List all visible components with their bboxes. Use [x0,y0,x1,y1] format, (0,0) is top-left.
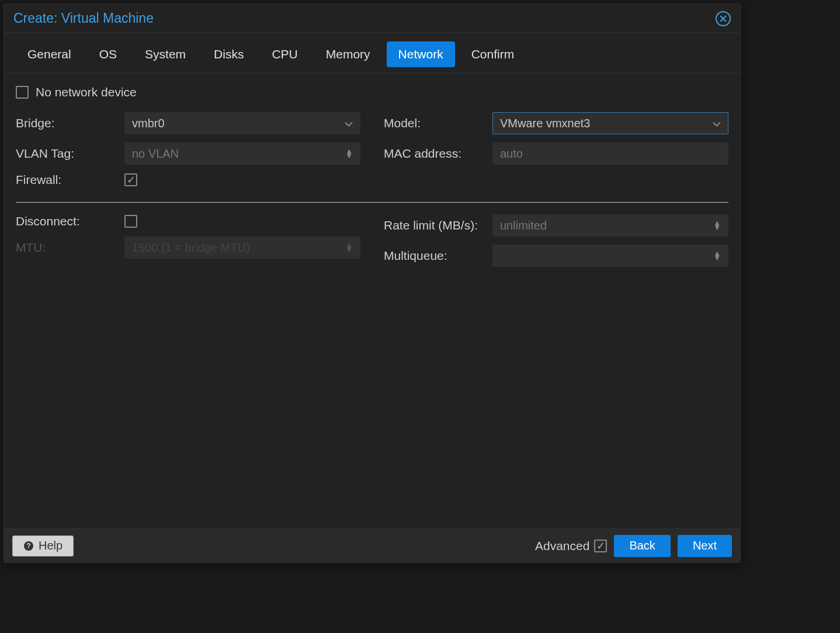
firewall-checkbox[interactable] [124,173,137,186]
bridge-value: vmbr0 [132,117,165,130]
vlan-input[interactable]: no VLAN ▲▼ [124,142,360,165]
spinner-icon: ▲▼ [345,149,353,158]
disconnect-label: Disconnect: [16,214,124,228]
spinner-icon: ▲▼ [345,243,353,252]
model-value: VMware vmxnet3 [500,117,591,130]
multiqueue-label: Multiqueue: [384,249,492,263]
wizard-tabs: General OS System Disks CPU Memory Netwo… [4,33,740,74]
mtu-placeholder: 1500 (1 = bridge MTU) [132,241,250,255]
chevron-down-icon [713,117,721,130]
bridge-select[interactable]: vmbr0 [124,112,360,134]
mac-placeholder: auto [500,147,523,161]
back-button[interactable]: Back [614,535,670,557]
ratelimit-placeholder: unlimited [500,219,547,232]
ratelimit-input[interactable]: unlimited ▲▼ [492,214,728,236]
svg-text:?: ? [26,542,30,550]
close-icon [719,15,727,23]
model-select[interactable]: VMware vmxnet3 [492,112,728,134]
mac-input[interactable]: auto [492,142,728,165]
mtu-label: MTU: [16,241,124,255]
dialog-footer: ? Help Advanced Back Next [4,528,740,562]
ratelimit-label: Rate limit (MB/s): [384,218,492,232]
tab-system[interactable]: System [133,41,197,67]
spinner-icon: ▲▼ [713,221,721,230]
tab-disks[interactable]: Disks [202,41,255,67]
next-button[interactable]: Next [678,535,732,557]
vlan-placeholder: no VLAN [132,147,179,161]
dialog-title: Create: Virtual Machine [13,11,154,26]
help-label: Help [39,539,63,552]
close-button[interactable] [716,11,731,26]
model-label: Model: [384,116,492,130]
tab-network[interactable]: Network [387,41,455,67]
section-divider [16,202,728,203]
mac-label: MAC address: [384,147,492,161]
tab-memory[interactable]: Memory [314,41,382,67]
help-button[interactable]: ? Help [12,535,74,557]
spinner-icon: ▲▼ [713,251,721,260]
disconnect-checkbox[interactable] [124,215,137,228]
help-icon: ? [23,541,34,551]
bridge-label: Bridge: [16,116,124,130]
tab-general[interactable]: General [16,41,83,67]
advanced-label: Advanced [535,539,589,553]
no-network-device-label: No network device [36,85,137,99]
mtu-input[interactable]: 1500 (1 = bridge MTU) ▲▼ [124,236,360,259]
advanced-checkbox[interactable] [594,540,607,552]
chevron-down-icon [345,117,353,130]
tab-os[interactable]: OS [88,41,129,67]
multiqueue-input[interactable]: ▲▼ [492,245,728,267]
tab-content: No network device Bridge: vmbr0 VLAN Tag… [4,74,740,528]
tab-cpu[interactable]: CPU [260,41,309,67]
vlan-label: VLAN Tag: [16,147,124,161]
create-vm-dialog: Create: Virtual Machine General OS Syste… [4,4,741,563]
no-network-device-checkbox[interactable] [16,86,29,99]
dialog-titlebar: Create: Virtual Machine [4,4,740,33]
firewall-label: Firewall: [16,173,124,187]
tab-confirm[interactable]: Confirm [460,41,526,67]
